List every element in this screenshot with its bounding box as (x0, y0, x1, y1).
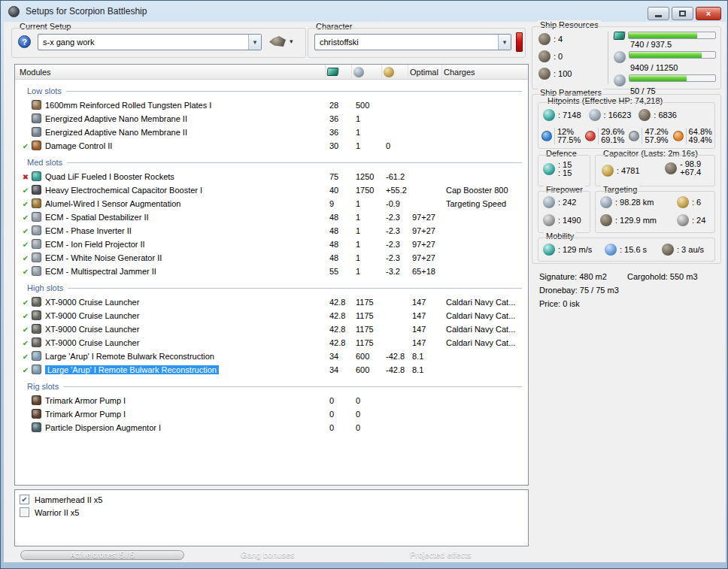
module-optimal: 147 (412, 338, 446, 347)
module-row[interactable]: ✔ Heavy Electrochemical Capacitor Booste… (15, 183, 528, 197)
setup-select[interactable]: s-x gang work ▾ (38, 34, 262, 50)
warp-speed-icon (662, 244, 674, 256)
slot-section-line (63, 386, 522, 387)
character-dropdown-button[interactable]: ▾ (498, 35, 511, 50)
module-cap-use: -2.3 (386, 253, 412, 262)
setups-window: Setups for Scorpion Battleship × Current… (0, 0, 728, 569)
close-button[interactable]: × (696, 7, 721, 20)
module-cpu: 42.8 (329, 325, 356, 334)
column-modules[interactable]: Modules (15, 65, 325, 79)
modules-table-header: Modules Optimal Charges (15, 65, 528, 80)
drone-checkbox[interactable]: ✔ (20, 495, 29, 504)
app-icon (8, 6, 20, 17)
drone-label: Hammerhead II x5 (35, 495, 102, 504)
slot-section-title: Med slots (27, 158, 62, 167)
column-charges[interactable]: Charges (441, 65, 528, 79)
module-cpu: 55 (329, 267, 356, 276)
check-icon: ✔ (20, 186, 32, 195)
module-row[interactable]: ✔ Large 'Arup' I Remote Bulwark Reconstr… (15, 363, 528, 377)
setup-dropdown-button[interactable]: ▾ (248, 35, 261, 50)
capacitor-icon (602, 165, 614, 177)
module-charges: Caldari Navy Cat... (446, 338, 528, 347)
firepower-group: : 242 : 1490 (538, 191, 590, 233)
drone-checkbox[interactable] (20, 507, 29, 517)
module-name: Energized Adaptive Nano Membrane II (45, 128, 187, 137)
titlebar[interactable]: Setups for Scorpion Battleship × (1, 1, 728, 22)
module-optimal: 97+27 (412, 213, 446, 222)
drone-bandwidth-icon (614, 74, 626, 86)
module-name: ECM - White Noise Generator II (45, 253, 162, 262)
module-optimal: 97+27 (412, 226, 446, 235)
check-icon: ✔ (20, 325, 32, 334)
module-row[interactable]: ✔ Alumel-Wired I Sensor Augmentation 9 1… (15, 197, 528, 210)
module-row[interactable]: ✔ XT-9000 Cruise Launcher 42.8 1175 147 … (15, 322, 528, 336)
character-group: christoffski ▾ (308, 28, 526, 58)
ecm-rig-icon (32, 422, 41, 432)
module-name: ECM - Ion Field Projector II (45, 240, 145, 249)
ecm-icon (32, 253, 41, 262)
ecm-icon (32, 225, 41, 235)
maximize-button[interactable] (672, 7, 693, 20)
dronebay-value: Dronebay: 75 / 75 m3 (539, 286, 619, 295)
module-row[interactable]: ✔ Damage Control II 30 1 0 (15, 139, 528, 153)
module-row[interactable]: ✔ ECM - Ion Field Projector II 48 1 -2.3… (15, 238, 528, 251)
price-value: Price: 0 isk (539, 299, 580, 308)
module-powergrid: 1175 (356, 338, 386, 347)
sensor-strength-icon (677, 214, 689, 226)
nano-membrane-icon (32, 127, 41, 137)
module-cpu: 30 (329, 141, 356, 150)
module-row[interactable]: Particle Dispersion Augmentor I 0 0 (15, 421, 528, 434)
check-icon: ✔ (20, 213, 32, 222)
module-row[interactable]: Energized Adaptive Nano Membrane II 36 1 (15, 112, 528, 126)
module-powergrid: 1750 (356, 186, 386, 195)
resist-list: 12%77.5%29.6%69.1%47.2%57.9%64.8%49.4% (541, 128, 712, 144)
module-name: Trimark Armor Pump I (45, 396, 126, 405)
armor-resist-value: 49.4% (689, 136, 712, 144)
armor-repair-rate: : 15 (558, 169, 572, 177)
module-row[interactable]: ✔ XT-9000 Cruise Launcher 42.8 1175 147 … (15, 295, 528, 309)
capacitor-group: : 4781 - 98.9 +67.4 (595, 155, 715, 186)
module-row[interactable]: ✔ XT-9000 Cruise Launcher 42.8 1175 147 … (15, 309, 528, 322)
module-row[interactable]: ✔ ECM - White Noise Generator II 48 1 -2… (15, 251, 528, 265)
minimize-button[interactable] (648, 7, 669, 20)
remote-armor-repair-icon (32, 351, 41, 361)
modules-body: Low slots 1600mm Reinforced Rolled Tungs… (15, 80, 528, 434)
resource-bar-label: 9409 / 11250 (630, 63, 716, 72)
character-status-indicator (516, 32, 523, 52)
help-icon[interactable]: ? (18, 35, 31, 48)
column-optimal[interactable]: Optimal (408, 65, 441, 79)
character-select-value: christoffski (315, 38, 498, 47)
module-row[interactable]: Trimark Armor Pump I 0 0 (15, 394, 528, 407)
module-row[interactable]: ✔ XT-9000 Cruise Launcher 42.8 1175 147 … (15, 336, 528, 350)
module-row[interactable]: ✔ ECM - Phase Inverter II 48 1 -2.3 97+2… (15, 224, 528, 238)
character-select[interactable]: christoffski ▾ (314, 34, 511, 50)
module-row[interactable]: ✔ ECM - Multispectral Jammer II 55 1 -3.… (15, 265, 528, 278)
drone-row[interactable]: Warrior II x5 (20, 506, 523, 519)
module-optimal: 147 (412, 311, 446, 320)
resource-bars: 740 / 937.59409 / 1125050 / 75 (614, 32, 716, 98)
module-row[interactable]: Energized Adaptive Nano Membrane II 36 1 (15, 126, 528, 139)
module-charges: Targeting Speed (446, 199, 528, 208)
module-powergrid: 1175 (356, 325, 386, 334)
module-row[interactable]: 1600mm Reinforced Rolled Tungsten Plates… (15, 98, 528, 112)
turret-dps-value: : 242 (558, 198, 576, 207)
drone-row[interactable]: ✔Hammerhead II x5 (20, 493, 523, 506)
column-powergrid[interactable] (351, 65, 381, 79)
column-capacitor[interactable] (381, 65, 408, 79)
ship-icon (269, 36, 286, 47)
column-cpu[interactable] (325, 65, 351, 79)
module-name: Damage Control II (45, 141, 112, 150)
module-powergrid: 1250 (356, 172, 386, 181)
module-cpu: 28 (329, 101, 356, 110)
module-powergrid: 1 (356, 141, 386, 150)
module-cpu: 42.8 (329, 298, 356, 307)
module-row[interactable]: ✖ Quad LiF Fueled I Booster Rockets 75 1… (15, 170, 528, 183)
slot-section-title: Rig slots (27, 382, 59, 391)
status-bar: Active drones: 5 / 5 Gang bonuses Projec… (4, 548, 726, 562)
module-row[interactable]: ✔ Large 'Arup' I Remote Bulwark Reconstr… (15, 350, 528, 363)
module-row[interactable]: ✔ ECM - Spatial Destabilizer II 48 1 -2.… (15, 210, 528, 224)
module-row[interactable]: Trimark Armor Pump I 0 0 (15, 407, 528, 421)
powergrid-icon (353, 67, 364, 77)
module-cap-use: -42.8 (386, 365, 412, 374)
ship-browser-button[interactable]: ▾ (269, 36, 293, 47)
